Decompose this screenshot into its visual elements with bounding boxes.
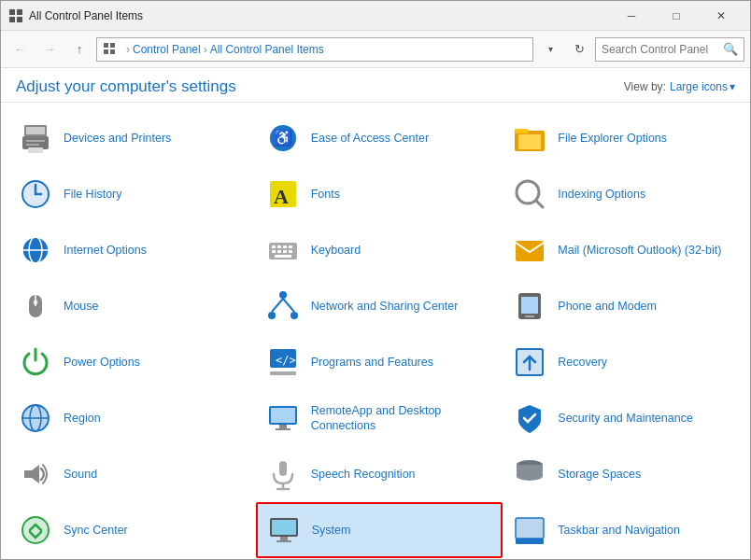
svg-rect-64 xyxy=(276,428,290,430)
cp-item-power-options[interactable]: Power Options xyxy=(8,334,256,390)
path-control-panel[interactable]: Control Panel xyxy=(133,43,201,56)
icon-mouse xyxy=(17,287,54,325)
svg-rect-38 xyxy=(275,255,291,258)
cp-item-recovery[interactable]: Recovery xyxy=(503,334,750,390)
restore-button[interactable]: □ xyxy=(655,1,698,31)
svg-rect-81 xyxy=(516,518,544,539)
svg-rect-12 xyxy=(26,144,39,146)
cp-item-programs-features[interactable]: </> Programs and Features xyxy=(256,334,503,390)
svg-rect-3 xyxy=(17,17,22,22)
cp-item-internet-options[interactable]: Internet Options xyxy=(8,222,256,278)
search-box[interactable]: 🔍 xyxy=(595,37,744,62)
svg-rect-78 xyxy=(272,520,296,535)
svg-rect-13 xyxy=(28,147,43,153)
label-mail: Mail (Microsoft Outlook) (32-bit) xyxy=(558,243,721,258)
label-storage-spaces: Storage Spaces xyxy=(558,467,641,482)
label-fonts: Fonts xyxy=(311,187,340,202)
close-button[interactable]: ✕ xyxy=(700,1,743,31)
cp-item-sync-center[interactable]: Sync Center xyxy=(8,502,256,558)
search-icon: 🔍 xyxy=(723,42,738,56)
cp-item-ease-of-access[interactable]: ♿ Ease of Access Center xyxy=(256,110,503,166)
minimize-button[interactable]: ─ xyxy=(610,1,653,31)
svg-point-44 xyxy=(268,312,276,319)
address-path[interactable]: › Control Panel › All Control Panel Item… xyxy=(96,37,533,62)
cp-item-taskbar-navigation[interactable]: Taskbar and Navigation xyxy=(503,502,750,558)
label-programs-features: Programs and Features xyxy=(311,355,433,370)
cp-item-region[interactable]: Region xyxy=(8,390,256,446)
svg-rect-6 xyxy=(104,49,108,54)
icon-indexing xyxy=(511,175,548,213)
label-keyboard: Keyboard xyxy=(311,243,361,258)
icon-taskbar xyxy=(511,511,548,549)
label-file-explorer-options: File Explorer Options xyxy=(558,131,667,146)
icon-sound xyxy=(17,455,54,493)
search-input[interactable] xyxy=(602,43,719,56)
cp-item-mail[interactable]: Mail (Microsoft Outlook) (32-bit) xyxy=(503,222,750,278)
svg-rect-17 xyxy=(515,129,528,133)
cp-item-system[interactable]: System xyxy=(256,502,503,558)
cp-item-security-maintenance[interactable]: Security and Maintenance xyxy=(503,390,750,446)
path-dropdown-button[interactable]: ▾ xyxy=(537,36,563,63)
svg-rect-37 xyxy=(289,250,292,253)
svg-rect-32 xyxy=(283,245,287,248)
label-recovery: Recovery xyxy=(558,355,607,370)
cp-item-user-accounts[interactable]: User Accounts xyxy=(256,558,503,559)
svg-text:♿: ♿ xyxy=(274,129,292,147)
cp-item-file-explorer-options[interactable]: File Explorer Options xyxy=(503,110,750,166)
icon-sync xyxy=(17,511,54,549)
view-options: View by: Large icons ▾ xyxy=(624,80,735,93)
icon-remoteapp xyxy=(264,399,302,437)
svg-rect-5 xyxy=(110,43,115,48)
label-security-maintenance: Security and Maintenance xyxy=(558,411,693,426)
viewby-value[interactable]: Large icons ▾ xyxy=(670,80,735,93)
refresh-button[interactable]: ↻ xyxy=(567,37,591,62)
content-header: Adjust your computer's settings View by:… xyxy=(1,68,750,103)
icon-keyboard xyxy=(264,231,302,269)
label-ease-of-access: Ease of Access Center xyxy=(311,131,429,146)
cp-item-phone-modem[interactable]: Phone and Modem xyxy=(503,278,750,334)
cp-item-storage-spaces[interactable]: Storage Spaces xyxy=(503,446,750,502)
icon-security xyxy=(511,399,548,437)
icon-programs: </> xyxy=(264,343,302,381)
svg-rect-10 xyxy=(22,136,49,149)
svg-rect-35 xyxy=(277,250,281,253)
cp-item-fonts[interactable]: A Fonts xyxy=(256,166,503,222)
svg-rect-0 xyxy=(9,9,15,15)
svg-point-45 xyxy=(290,312,298,319)
svg-rect-34 xyxy=(272,250,276,253)
svg-rect-67 xyxy=(279,461,287,476)
icon-mail xyxy=(511,231,548,269)
cp-item-devices-printers[interactable]: Devices and Printers xyxy=(8,110,256,166)
svg-rect-33 xyxy=(289,245,292,248)
label-sound: Sound xyxy=(64,467,97,482)
cp-item-troubleshooting[interactable]: ? Troubleshooting xyxy=(8,558,256,559)
main-window: All Control Panel Items ─ □ ✕ ← → ↑ › Co… xyxy=(0,0,751,560)
cp-item-keyboard[interactable]: Keyboard xyxy=(256,222,503,278)
icon-recovery xyxy=(511,343,548,381)
icon-folder-options xyxy=(511,119,548,157)
icon-file-history xyxy=(17,175,54,213)
up-button[interactable]: ↑ xyxy=(66,36,92,63)
svg-point-74 xyxy=(517,471,543,481)
svg-rect-18 xyxy=(518,134,541,149)
cp-item-sound[interactable]: Sound xyxy=(8,446,256,502)
label-sync-center: Sync Center xyxy=(64,523,128,538)
svg-rect-49 xyxy=(521,297,538,314)
svg-rect-83 xyxy=(516,539,544,544)
items-grid: Devices and Printers ♿ Ease of Access Ce… xyxy=(1,103,750,559)
label-mouse: Mouse xyxy=(64,299,99,314)
cp-item-indexing-options[interactable]: Indexing Options xyxy=(503,166,750,222)
cp-item-network-sharing[interactable]: Network and Sharing Center xyxy=(256,278,503,334)
cp-item-remoteapp[interactable]: RemoteApp and Desktop Connections xyxy=(256,390,503,446)
viewby-dropdown-icon: ▾ xyxy=(730,80,735,93)
cp-item-windows-defender[interactable]: Windows Defender Firewall xyxy=(503,558,750,559)
cp-item-speech-recognition[interactable]: Speech Recognition xyxy=(256,446,503,502)
label-phone-modem: Phone and Modem xyxy=(558,299,657,314)
cp-item-file-history[interactable]: File History xyxy=(8,166,256,222)
path-all-items[interactable]: All Control Panel Items xyxy=(210,43,324,56)
items-container: Devices and Printers ♿ Ease of Access Ce… xyxy=(1,103,750,559)
cp-item-mouse[interactable]: Mouse xyxy=(8,278,256,334)
svg-text:A: A xyxy=(274,185,289,208)
svg-rect-30 xyxy=(272,245,276,248)
page-title: Adjust your computer's settings xyxy=(16,77,236,96)
